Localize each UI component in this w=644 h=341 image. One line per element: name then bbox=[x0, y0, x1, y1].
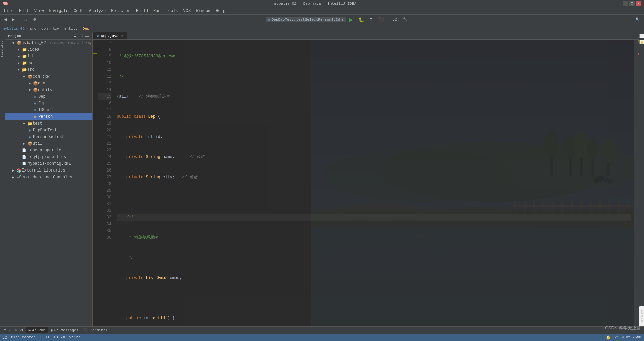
code-editor-content[interactable]: * @QQ:1578533828@qq.com */ /all/ // 注解警告… bbox=[114, 40, 634, 326]
run-config-dropdown-icon[interactable]: ▼ bbox=[341, 18, 344, 22]
toolbar-back-button[interactable]: ◀ bbox=[2, 17, 9, 22]
tree-label-comtxw: com.txw bbox=[33, 74, 49, 79]
tree-item-idea[interactable]: ▶ 📁 .idea bbox=[5, 46, 92, 53]
code-line-11: private int id; bbox=[117, 134, 631, 140]
bottom-tab-todo[interactable]: ≡ 6: TODO bbox=[1, 328, 26, 333]
code-line-7: * @QQ:1578533828@qq.com bbox=[117, 53, 631, 60]
tree-item-entity[interactable]: ▼ 📦 entity bbox=[5, 87, 92, 93]
tree-item-persondaotest[interactable]: ◉ PersonDaoTest bbox=[5, 134, 92, 140]
breadcrumb-project[interactable]: mybatis_02 bbox=[3, 27, 25, 31]
bottom-tab-run-label: 4: Run bbox=[32, 328, 45, 332]
menu-refactor[interactable]: Refactor bbox=[108, 8, 133, 14]
folder-collapsed-icon-dao: ▶ bbox=[27, 81, 32, 86]
menu-window[interactable]: Window bbox=[193, 8, 213, 14]
right-toolbar-btn-2[interactable]: 🔔 bbox=[639, 40, 644, 44]
breadcrumb-com[interactable]: com bbox=[41, 27, 48, 31]
search-everywhere-button[interactable]: 🔍 bbox=[633, 17, 642, 22]
close-button[interactable]: ✕ bbox=[636, 1, 641, 6]
menu-build[interactable]: Build bbox=[133, 8, 151, 14]
tree-label-dao: dao bbox=[38, 81, 45, 86]
menu-tools[interactable]: Tools bbox=[163, 8, 181, 14]
breadcrumb-txw[interactable]: txw bbox=[53, 27, 59, 31]
menu-edit[interactable]: Edit bbox=[16, 8, 32, 14]
statusbar-sep1: | bbox=[40, 335, 42, 340]
left-icon-strip: Favorites bbox=[0, 32, 5, 326]
class-icon-person: ◉ bbox=[32, 114, 38, 119]
menu-bar: File Edit View Navigate Code Analyze Ref… bbox=[0, 7, 644, 15]
tree-item-out[interactable]: ▶ 📁 out bbox=[5, 60, 92, 66]
tree-item-scratches[interactable]: ▶ ✏ Scratches and Consoles bbox=[5, 174, 92, 181]
tree-icon-extlibs: 📚 bbox=[17, 168, 22, 173]
tree-item-src[interactable]: ▼ 📂 src bbox=[5, 66, 92, 73]
coverage-button[interactable]: ☂ bbox=[367, 17, 375, 22]
toolbar-forward-button[interactable]: ▶ bbox=[10, 17, 17, 22]
tree-item-depdaotest[interactable]: ◉ DepDaoTest bbox=[5, 127, 92, 134]
menu-code[interactable]: Code bbox=[71, 8, 86, 14]
messages-icon: ◉ bbox=[51, 328, 53, 332]
bottom-tab-messages[interactable]: ◉ 0: Messages bbox=[48, 327, 81, 333]
sidebar-collapse-button[interactable]: ⊟ bbox=[79, 34, 83, 38]
build-button[interactable]: 🔨 bbox=[400, 17, 409, 22]
breadcrumb-src[interactable]: src bbox=[30, 27, 37, 31]
tree-item-idcard[interactable]: ◉ IDCard bbox=[5, 107, 92, 113]
tree-item-comtxw[interactable]: ▼ 📦 com.txw bbox=[5, 73, 92, 80]
sidebar-settings-button[interactable]: ⚙ bbox=[73, 34, 77, 38]
tree-item-test[interactable]: ▼ 📂 test bbox=[5, 120, 92, 127]
menu-vcs[interactable]: VCS bbox=[181, 8, 194, 14]
tree-item-mybatis02[interactable]: ▼ 📦 mybatis_02 F:\IDEAWork\mybatis\mybat… bbox=[5, 40, 92, 46]
tree-item-dep[interactable]: ◉ Dep bbox=[5, 93, 92, 100]
tree-item-mybatisconfig[interactable]: 📄 mybatis-config.xml bbox=[5, 160, 92, 167]
sidebar-close-button[interactable]: — bbox=[85, 34, 90, 38]
file-icon-log4j: 📄 bbox=[21, 154, 27, 160]
statusbar-encoding[interactable]: UTF-8 bbox=[54, 335, 65, 340]
settings-button[interactable]: ⚙ bbox=[31, 17, 38, 22]
main-layout: Favorites Project ⚙ ⊟ — ▼ 📦 mybatis_02 F… bbox=[0, 32, 644, 326]
code-line-15: /** bbox=[117, 214, 631, 221]
tree-item-log4j[interactable]: 📄 log4j.properties bbox=[5, 154, 92, 160]
tree-icon-lib: 📁 bbox=[22, 54, 27, 59]
code-line-18: private List<Emp> emps; bbox=[117, 275, 631, 281]
menu-run[interactable]: Run bbox=[151, 8, 163, 14]
tree-item-jdbc[interactable]: 📄 jdbc.properties bbox=[5, 147, 92, 154]
tree-item-dao[interactable]: ▶ 📦 dao bbox=[5, 80, 92, 87]
tree-item-externallibs[interactable]: ▶ 📚 External Libraries bbox=[5, 167, 92, 174]
minimize-button[interactable]: — bbox=[623, 1, 628, 6]
breadcrumb-entity[interactable]: entity bbox=[64, 27, 78, 31]
bottom-tab-terminal[interactable]: ⬛ Terminal bbox=[81, 327, 110, 333]
right-toolbar-btn-1[interactable]: ↗ bbox=[639, 34, 644, 38]
breadcrumb-dep[interactable]: Dep bbox=[83, 27, 89, 31]
menu-navigate[interactable]: Navigate bbox=[46, 8, 71, 14]
git-button[interactable]: ⎇ bbox=[391, 17, 399, 22]
statusbar-right: 🔔 256M of 750M bbox=[606, 335, 641, 340]
menu-file[interactable]: File bbox=[1, 8, 16, 14]
tree-item-lib[interactable]: ▶ 📁 lib bbox=[5, 53, 92, 60]
notifications-icon[interactable]: 🔔 bbox=[606, 335, 611, 340]
run-button[interactable]: ▶ bbox=[347, 16, 355, 23]
right-gutter[interactable] bbox=[634, 40, 639, 326]
folder-expanded-icon-entity: ▼ bbox=[27, 87, 32, 93]
window-controls[interactable]: — ❐ ✕ bbox=[623, 1, 641, 6]
statusbar-lf[interactable]: LF bbox=[46, 335, 50, 340]
tab-dep-java[interactable]: ◉ Dep.java ✕ bbox=[93, 32, 127, 39]
editor-container: ◉ Dep.java ✕ bbox=[93, 32, 639, 326]
tab-close-icon[interactable]: ✕ bbox=[121, 34, 123, 38]
debug-button[interactable]: 🐛 bbox=[356, 16, 366, 23]
run-config-icon: ◉ bbox=[268, 17, 270, 22]
favorites-icon[interactable]: Favorites bbox=[0, 52, 5, 57]
menu-analyze[interactable]: Analyze bbox=[86, 8, 108, 14]
tree-item-person[interactable]: ◉ Person bbox=[5, 113, 92, 120]
tree-item-emp[interactable]: ◉ Emp bbox=[5, 100, 92, 107]
tree-item-util[interactable]: ▶ 📦 util bbox=[5, 140, 92, 147]
maximize-button[interactable]: ❐ bbox=[629, 1, 635, 6]
menu-view[interactable]: View bbox=[32, 8, 47, 14]
tree-label-jdbc: jdbc.properties bbox=[28, 148, 64, 153]
stop-button[interactable]: ⬛ bbox=[376, 16, 386, 23]
bottom-tab-run[interactable]: ▶ 4: Run bbox=[26, 327, 48, 333]
notifications-button[interactable]: Event Log bbox=[639, 306, 644, 326]
breadcrumb-sep-2: › bbox=[38, 27, 40, 31]
code-editor[interactable]: 7 8 9 10 11 12 13 14 15 16 17 18 19 20 2… bbox=[93, 40, 639, 326]
tree-icon-src: 📂 bbox=[22, 67, 27, 72]
folder-collapsed-icon-lib: ▶ bbox=[16, 54, 21, 59]
project-structure-button[interactable]: 🗂 bbox=[22, 17, 30, 22]
menu-help[interactable]: Help bbox=[213, 8, 228, 14]
